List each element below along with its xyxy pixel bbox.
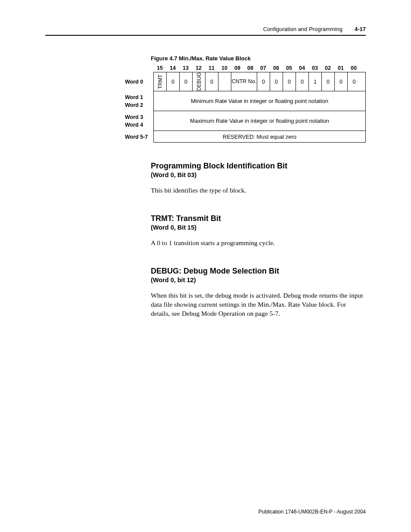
bit-col: 07	[257, 65, 270, 71]
section-prog-block-id: Programming Block Identification Bit (Wo…	[151, 162, 366, 195]
row-label-w2: Word 2	[125, 102, 151, 108]
section-debug: DEBUG: Debug Mode Selection Bit (Word 0,…	[151, 267, 366, 318]
bit-col: 09	[231, 65, 244, 71]
w0-bit03: 1	[309, 72, 322, 91]
word1-2-row: Minimum Rate Value in integer or floatin…	[154, 91, 365, 111]
bit-col: 08	[244, 65, 257, 71]
bit-col: 13	[179, 65, 192, 71]
header-title: Configuration and Programming	[263, 26, 342, 32]
w0-bit12: DEBUG	[193, 72, 206, 91]
w0-bit10	[218, 72, 231, 91]
header-pagenum: 4-17	[355, 26, 366, 32]
figure-table: 15 14 13 12 11 10 09 08 07 06 05 04 03 0…	[125, 65, 366, 143]
w0-bit15: TRMT	[154, 72, 167, 91]
bit-col: 12	[192, 65, 205, 71]
content-column: Figure 4.7 Min./Max. Rate Value Block 15…	[151, 55, 366, 318]
section-subheading: (Word 0, bit 12)	[151, 277, 366, 283]
bit-col: 06	[270, 65, 283, 71]
row-label-w1: Word 1	[125, 94, 151, 100]
bit-col: 11	[205, 65, 218, 71]
row-label-w3-4: Word 3 Word 4	[125, 111, 151, 131]
section-heading: TRMT: Transmit Bit	[151, 214, 366, 223]
section-body: A 0 to 1 transition starts a programming…	[151, 239, 366, 248]
w0-bit05: 0	[283, 72, 296, 91]
section-trmt: TRMT: Transmit Bit (Word 0, Bit 15) A 0 …	[151, 214, 366, 248]
bit-col: 01	[334, 65, 347, 71]
bit-header-row: 15 14 13 12 11 10 09 08 07 06 05 04 03 0…	[153, 65, 366, 71]
section-subheading: (Word 0, Bit 15)	[151, 224, 366, 231]
section-body: This bit identifies the type of block.	[151, 186, 366, 195]
section-heading: Programming Block Identification Bit	[151, 162, 366, 171]
running-header: Configuration and Programming 4-17	[45, 26, 366, 32]
w0-bit00: 0	[348, 72, 361, 91]
figure-caption: Figure 4.7 Min./Max. Rate Value Block	[151, 55, 366, 62]
bit-col: 03	[308, 65, 321, 71]
row-label-w5-7: Word 5-7	[125, 134, 151, 140]
bit-col: 04	[296, 65, 308, 71]
section-body: When this bit is set, the debug mode is …	[151, 291, 366, 318]
bit-col: 15	[153, 65, 166, 71]
word5-7-row: RESERVED: Must equal zero	[154, 131, 365, 142]
bit-col: 05	[283, 65, 296, 71]
footer-publication: Publication 1746-UM002B-EN-P - August 20…	[258, 509, 366, 515]
w0-bit02: 0	[322, 72, 335, 91]
header-rule	[45, 35, 366, 36]
w0-bit04: 0	[296, 72, 309, 91]
row-label-w4: Word 4	[125, 122, 151, 128]
bit-col: 02	[321, 65, 334, 71]
section-subheading: (Word 0, Bit 03)	[151, 171, 366, 178]
bit-col: 10	[218, 65, 231, 71]
w0-bit09-08: CNTR No.	[231, 72, 257, 91]
bit-col: 00	[347, 65, 360, 71]
row-label-w1-2: Word 1 Word 2	[125, 91, 151, 111]
w0-bit13: 0	[180, 72, 193, 91]
w0-bit07: 0	[257, 72, 270, 91]
w0-bit14: 0	[167, 72, 180, 91]
bit-col: 14	[166, 65, 179, 71]
row-label-w3: Word 3	[125, 114, 151, 120]
section-heading: DEBUG: Debug Mode Selection Bit	[151, 267, 366, 276]
row-label-w0: Word 0	[125, 79, 151, 85]
page: Configuration and Programming 4-17 Figur…	[0, 0, 411, 532]
word0-row: TRMT 0 0 DEBUG 0 CNTR No. 0 0 0 0 1 0 0 …	[154, 72, 365, 91]
w0-bit11: 0	[206, 72, 218, 91]
w0-bit06: 0	[270, 72, 283, 91]
word3-4-row: Maximum Rate Value in integer or floatin…	[154, 111, 365, 131]
w0-bit01: 0	[335, 72, 348, 91]
